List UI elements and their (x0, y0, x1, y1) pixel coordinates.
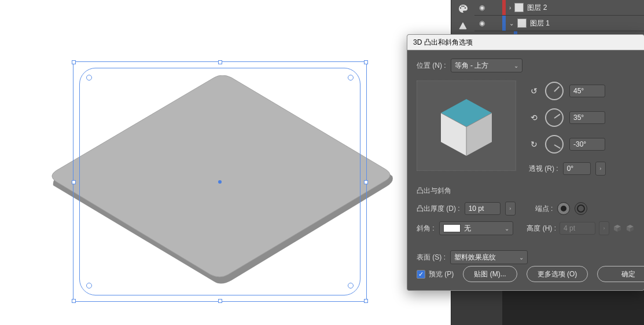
dialog-title: 3D 凸出和斜角选项 (413, 38, 473, 46)
extrude-depth-stepper[interactable]: › (505, 202, 516, 216)
dialog-titlebar[interactable]: 3D 凸出和斜角选项 (407, 35, 644, 50)
resize-handle-bottom[interactable] (218, 299, 222, 303)
corner-radius-widget-tl[interactable] (86, 75, 92, 81)
resize-handle-left[interactable] (72, 180, 76, 184)
extrude-depth-label: 凸出厚度 (D) : (417, 204, 460, 214)
position-select[interactable]: 等角 - 上方 ⌄ (451, 59, 522, 72)
resize-handle-bottom-right[interactable] (364, 299, 368, 303)
layer-thumb (514, 3, 524, 12)
ok-button[interactable]: 确定 (597, 266, 644, 282)
bevel-height-label: 高度 (H) : (527, 224, 556, 233)
palette-icon[interactable] (458, 3, 468, 14)
rotate-z-icon: ↻ (529, 140, 539, 149)
bevel-swatch (443, 224, 461, 232)
dialog-body: 位置 (N) : 等角 - 上方 ⌄ ↺ (407, 50, 644, 271)
corner-radius-widget-bl[interactable] (86, 283, 92, 289)
rotation-z-input[interactable]: -30° (569, 138, 605, 151)
corner-radius-widget-br[interactable] (348, 283, 354, 289)
rotation-x-dial[interactable] (545, 82, 564, 100)
visibility-toggle-icon[interactable]: ◉ (477, 19, 487, 27)
rotate-x-icon: ↺ (529, 86, 539, 96)
cap-off-button[interactable] (575, 202, 587, 215)
layer-color-blue (502, 16, 506, 31)
visibility-toggle-icon[interactable]: ◉ (477, 3, 487, 12)
selection-center-point (218, 180, 222, 184)
rotation-y-dial[interactable] (545, 108, 564, 127)
svg-rect-0 (459, 29, 466, 30)
cap-on-button[interactable] (557, 202, 570, 215)
canvas-area[interactable] (0, 0, 451, 325)
map-art-button[interactable]: 贴图 (M)... (463, 266, 517, 282)
preview-label[interactable]: 预览 (P) (429, 269, 454, 279)
rotation-x-input[interactable]: 45° (569, 85, 605, 97)
layer-disclosure-icon[interactable]: ⌄ (509, 20, 514, 27)
resize-handle-right[interactable] (364, 180, 368, 184)
selection-bounding-box[interactable] (73, 61, 367, 302)
chevron-down-icon: ⌄ (514, 63, 518, 69)
resize-handle-top-left[interactable] (72, 60, 76, 64)
layer-disclosure-icon[interactable]: › (509, 5, 511, 11)
layer-thumb (517, 19, 527, 28)
shape-tool-icon[interactable] (458, 21, 468, 31)
extrude-section-title: 凸出与斜角 (417, 186, 635, 196)
position-label: 位置 (N) : (417, 61, 446, 71)
bevel-height-stepper: › (599, 221, 609, 235)
perspective-stepper[interactable]: › (595, 162, 606, 176)
perspective-input[interactable]: 0° (563, 162, 591, 175)
layer-row[interactable]: ◉ › 图层 2 (474, 0, 644, 16)
position-value: 等角 - 上方 (455, 61, 489, 71)
cube-icon (432, 91, 501, 160)
bevel-value: 无 (464, 224, 471, 233)
layer-color-red (502, 0, 506, 15)
cap-label: 端点 : (535, 204, 553, 214)
layer-name[interactable]: 图层 2 (527, 3, 547, 13)
preview-checkbox[interactable]: ✓ (417, 270, 425, 279)
perspective-label: 透视 (R) : (529, 164, 558, 174)
bevel-label: 斜角 : (417, 224, 435, 233)
rotate-y-icon: ⟲ (529, 113, 539, 122)
dialog-footer: ✓ 预览 (P) 贴图 (M)... 更多选项 (O) 确定 (407, 260, 644, 290)
corner-radius-widget-tr[interactable] (348, 75, 354, 81)
chevron-down-icon: ⌄ (519, 254, 524, 261)
layer-row[interactable]: ◉ ⌄ 图层 1 (474, 16, 644, 31)
resize-handle-bottom-left[interactable] (72, 299, 76, 303)
extrude-depth-input[interactable]: 10 pt (465, 202, 501, 215)
panel-icon-strip (451, 0, 474, 38)
bevel-height-input: 4 pt (560, 222, 595, 235)
cube-rotation-preview[interactable] (417, 81, 516, 171)
resize-handle-top[interactable] (218, 60, 222, 64)
dialog-3d-extrude-and-bevel[interactable]: 3D 凸出和斜角选项 位置 (N) : 等角 - 上方 ⌄ (407, 34, 644, 291)
bevel-out-icon (625, 224, 635, 233)
resize-handle-top-right[interactable] (364, 60, 368, 64)
rotation-y-input[interactable]: 35° (569, 111, 605, 124)
more-options-button[interactable]: 更多选项 (O) (527, 266, 588, 282)
bevel-in-icon (613, 224, 622, 233)
layer-name[interactable]: 图层 1 (530, 19, 550, 28)
chevron-down-icon: ⌄ (505, 225, 509, 232)
bevel-select[interactable]: 无 ⌄ (439, 221, 513, 235)
rotation-z-dial[interactable] (545, 135, 564, 154)
